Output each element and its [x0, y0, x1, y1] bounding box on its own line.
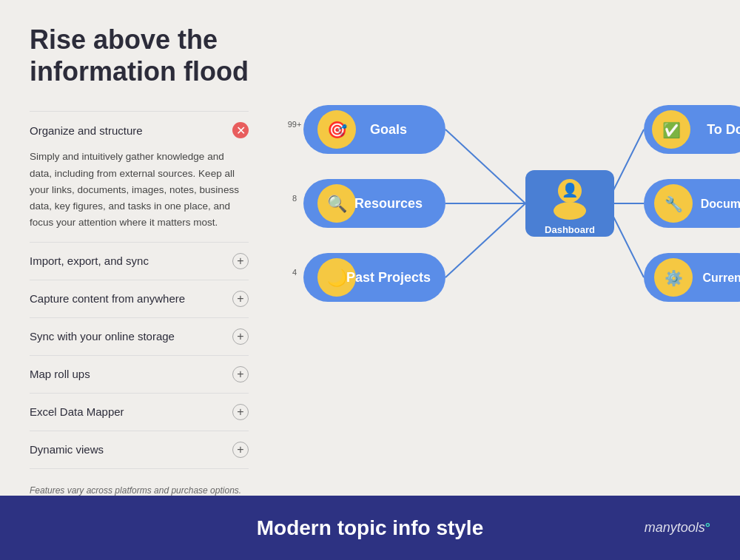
svg-point-18 [554, 202, 586, 220]
goals-label: Goals [370, 122, 407, 137]
accordion-label-organize: Organize and structure [30, 124, 143, 137]
accordion-item-dynamic: Dynamic views + [30, 431, 249, 469]
footnote: Features vary across platforms and purch… [30, 484, 249, 497]
svg-text:🎯: 🎯 [327, 120, 348, 140]
accordion-item-capture: Capture content from anywhere + [30, 280, 249, 318]
diagram-svg: 🎯 Goals 99+ 🔍 Resources 8 🌙 Past Project… [281, 74, 740, 414]
accordion-item-organize: Organize and structure ✕ Simply and intu… [30, 112, 249, 242]
current-label: Current... [702, 271, 740, 284]
accordion-content-organize: Simply and intuitively gather knowledge … [30, 149, 249, 241]
diagram-area: 🎯 Goals 99+ 🔍 Resources 8 🌙 Past Project… [266, 0, 740, 496]
title-line2: information flood [30, 56, 249, 87]
svg-text:⚙️: ⚙️ [665, 269, 683, 287]
accordion-label-sync: Sync with your online storage [30, 330, 175, 343]
accordion-item-excel: Excel Data Mapper + [30, 394, 249, 431]
accordion-item-map: Map roll ups + [30, 356, 249, 394]
accordion-header-capture[interactable]: Capture content from anywhere + [30, 280, 249, 317]
left-panel: Rise above the information flood Organiz… [0, 0, 266, 496]
resources-badge: 8 [292, 194, 297, 203]
accordion-item-sync: Sync with your online storage + [30, 318, 249, 356]
accordion-toggle-sync[interactable]: + [232, 328, 249, 345]
svg-line-2 [445, 203, 525, 277]
pastprojects-label: Past Projects [346, 270, 431, 285]
resources-label: Resources [354, 196, 423, 211]
todo-label: To Do [707, 122, 740, 137]
footer: Modern topic info style manytools° [0, 496, 740, 560]
svg-text:✅: ✅ [662, 121, 681, 139]
accordion-label-dynamic: Dynamic views [30, 443, 104, 456]
footer-content: Modern topic info style manytools° [0, 516, 740, 540]
accordion-toggle-import[interactable]: + [232, 253, 249, 269]
accordion-label-capture: Capture content from anywhere [30, 292, 185, 305]
accordion-toggle-map[interactable]: + [232, 366, 249, 382]
title-line1: Rise above the [30, 24, 218, 55]
svg-text:🔧: 🔧 [665, 195, 683, 213]
accordion: Organize and structure ✕ Simply and intu… [30, 111, 249, 468]
svg-text:🌙: 🌙 [327, 268, 348, 288]
goals-badge: 99+ [288, 120, 302, 129]
accordion-header-map[interactable]: Map roll ups + [30, 356, 249, 393]
footer-logo: manytools° [645, 520, 710, 536]
dashboard-label: Dashboard [545, 224, 595, 235]
accordion-header-import[interactable]: Import, export, and sync + [30, 243, 249, 280]
logo-text: manytools [645, 520, 705, 535]
accordion-toggle-organize[interactable]: ✕ [232, 122, 249, 138]
pastprojects-badge: 4 [292, 268, 297, 277]
accordion-label-import: Import, export, and sync [30, 254, 149, 267]
accordion-toggle-dynamic[interactable]: + [232, 442, 249, 458]
accordion-header-sync[interactable]: Sync with your online storage + [30, 318, 249, 355]
accordion-item-import: Import, export, and sync + [30, 243, 249, 280]
svg-text:👤: 👤 [562, 182, 579, 198]
main-title: Rise above the information flood [30, 24, 249, 87]
accordion-label-excel: Excel Data Mapper [30, 405, 124, 418]
svg-line-0 [445, 129, 525, 203]
accordion-toggle-excel[interactable]: + [232, 404, 249, 420]
svg-text:🔍: 🔍 [327, 194, 348, 214]
accordion-toggle-capture[interactable]: + [232, 291, 249, 307]
accordion-label-map: Map roll ups [30, 368, 90, 380]
accordion-header-organize[interactable]: Organize and structure ✕ [30, 112, 249, 149]
accordion-header-excel[interactable]: Excel Data Mapper + [30, 394, 249, 431]
footer-title: Modern topic info style [257, 516, 484, 540]
documents-label: Docume... [701, 198, 740, 210]
accordion-header-dynamic[interactable]: Dynamic views + [30, 431, 249, 468]
